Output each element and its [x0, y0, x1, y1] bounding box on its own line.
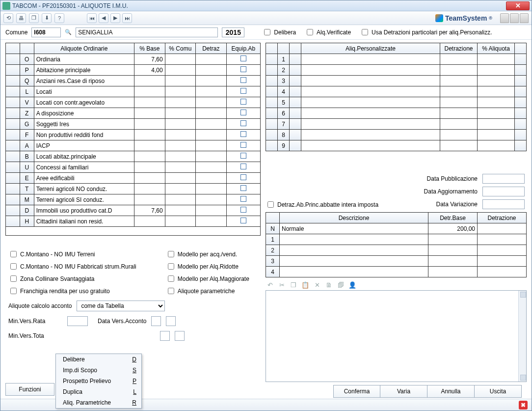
table-row[interactable]: 2: [266, 65, 527, 76]
option-checkbox[interactable]: Zona Collinare Svantaggiata: [8, 274, 136, 283]
acconto-select[interactable]: come da Tabella: [77, 301, 165, 311]
delete-icon[interactable]: ✕: [313, 280, 321, 289]
funzioni-button[interactable]: Funzioni: [5, 383, 54, 396]
table-row[interactable]: 5: [266, 97, 527, 108]
data-extra-d[interactable]: [160, 331, 170, 341]
undo-icon[interactable]: ↶: [266, 280, 274, 289]
tab-3[interactable]: [520, 13, 529, 23]
table-row[interactable]: 2: [266, 245, 527, 256]
table-row[interactable]: 7: [266, 119, 527, 130]
table-row[interactable]: 9: [266, 140, 527, 151]
first-icon[interactable]: ⏮: [87, 13, 97, 23]
table-row[interactable]: 4: [266, 86, 527, 97]
chk-usa-detrazioni[interactable]: Usa Detrazioni particolari per aliq.Pers…: [360, 27, 492, 37]
tab-2[interactable]: [510, 13, 519, 23]
memo-area[interactable]: [266, 290, 527, 382]
table-row[interactable]: ZA disposizione: [6, 108, 261, 119]
doc-icon[interactable]: 🗎: [324, 280, 333, 289]
comune-code-input[interactable]: [31, 27, 61, 37]
data-acconto-d[interactable]: [151, 316, 161, 326]
aliquote-ordinarie-table[interactable]: Aliquote Ordinarie% Base% ComuDetrazEqui…: [5, 43, 261, 227]
option-checkbox[interactable]: Modello per Alq.Maggiorate: [166, 274, 249, 283]
table-row[interactable]: VLocati con contr.agevolato: [6, 97, 261, 108]
annulla-button[interactable]: Annulla: [427, 385, 475, 398]
menu-item[interactable]: Aliq. ParametricheR: [56, 397, 141, 408]
table-row[interactable]: NNormale200,00: [266, 223, 527, 234]
export-icon[interactable]: ⬇: [42, 13, 52, 23]
menu-item[interactable]: DelibereD: [56, 354, 141, 365]
tab-1[interactable]: [500, 13, 509, 23]
scrollbar-vertical[interactable]: [518, 291, 526, 382]
help-icon[interactable]: ?: [54, 13, 64, 23]
cut-icon[interactable]: ✂: [277, 280, 286, 289]
varia-button[interactable]: Varia: [380, 385, 427, 398]
table-row[interactable]: FNon produttivi redditi fond: [6, 130, 261, 140]
min-rata-input[interactable]: [67, 316, 88, 326]
table-row[interactable]: 3: [266, 256, 527, 267]
table-row[interactable]: PAbitazione principale4,00: [6, 65, 261, 76]
uscita-button[interactable]: Uscita: [475, 385, 522, 398]
titlebar: TABCOM - PF20150301 - ALIQUOTE I.M.U. ✕: [0, 0, 532, 11]
funzioni-menu[interactable]: DelibereDImp.di ScopoSProspetto Prelievo…: [55, 354, 142, 409]
data-acconto-m[interactable]: [166, 316, 176, 326]
aliq-personalizzate-table[interactable]: Aliq.PersonalizzateDetrazione% Aliquota …: [266, 43, 527, 151]
date-pub-input[interactable]: [482, 174, 525, 184]
option-checkbox[interactable]: Modello per acq./vend.: [166, 249, 249, 259]
chk-delibera[interactable]: Delibera: [262, 27, 296, 37]
table-row[interactable]: TTerreni agricoli NO conduz.: [6, 184, 261, 194]
chk-detraz-abbatte[interactable]: Detraz.Ab.Princ.abbatte intera imposta: [266, 200, 414, 209]
copy2-icon[interactable]: ❐: [289, 280, 298, 289]
table-row[interactable]: HCittadini italiani non resid.: [6, 216, 261, 227]
print-icon[interactable]: 🖶: [16, 13, 26, 23]
back-icon[interactable]: ⟲: [3, 13, 13, 23]
conferma-button[interactable]: Conferma: [333, 385, 380, 398]
table-row[interactable]: EAree edificabili: [6, 173, 261, 184]
table-row[interactable]: AIACP: [6, 140, 261, 151]
option-checkbox[interactable]: Franchigia rendita per uso gratuito: [8, 286, 136, 296]
table-row[interactable]: 4: [266, 267, 527, 277]
nav-group: ⏮ ◀ ▶ ⏭: [87, 13, 132, 23]
table-row[interactable]: 1: [266, 234, 527, 245]
prev-icon[interactable]: ◀: [99, 13, 108, 23]
close-button[interactable]: ✕: [506, 1, 530, 10]
chk-alq-verificate[interactable]: Alq.Verificate: [305, 27, 351, 37]
date-var-input[interactable]: [482, 199, 525, 209]
paste-icon[interactable]: 📋: [301, 280, 310, 289]
menu-item[interactable]: DuplicaL: [56, 386, 141, 397]
table-row[interactable]: DImmobili uso produttivo cat.D7,60: [6, 205, 261, 216]
comune-name-input[interactable]: [76, 27, 218, 37]
option-checkbox[interactable]: C.Montano - NO IMU Fabbricati strum.Rura…: [8, 262, 136, 271]
table-row[interactable]: LLocati: [6, 86, 261, 97]
lookup-icon[interactable]: 🔍: [65, 29, 72, 36]
brand-logo: TeamSystem®: [435, 14, 492, 22]
table-row[interactable]: QAnziani res.Case di riposo: [6, 76, 261, 86]
next-icon[interactable]: ▶: [110, 13, 120, 23]
table-row[interactable]: 8: [266, 130, 527, 140]
table-row[interactable]: OOrdinaria7,60: [6, 54, 261, 65]
data-extra-m[interactable]: [175, 331, 185, 341]
option-checkbox[interactable]: Modello per Alq.Ridotte: [166, 262, 249, 271]
options-panel: C.Montano - NO IMU TerreniC.Montano - NO…: [5, 247, 261, 343]
min-rata-label: Min.Vers.Rata: [8, 318, 62, 325]
app-window: TABCOM - PF20150301 - ALIQUOTE I.M.U. ✕ …: [0, 0, 532, 411]
menu-item[interactable]: Imp.di ScopoS: [56, 365, 141, 376]
table-row[interactable]: MTerreni agricoli SI conduz.: [6, 194, 261, 205]
last-icon[interactable]: ⏭: [122, 13, 132, 23]
user-icon[interactable]: 👤: [348, 280, 357, 289]
table-row[interactable]: GSoggetti Ires: [6, 119, 261, 130]
table-row[interactable]: BLocati abitaz.principale: [6, 151, 261, 162]
error-icon[interactable]: ✖: [519, 401, 528, 410]
menu-item[interactable]: Prospetto PrelievoP: [56, 376, 141, 386]
table-row[interactable]: 6: [266, 108, 527, 119]
table-row[interactable]: UConcessi ai familiari: [6, 162, 261, 173]
option-checkbox[interactable]: C.Montano - NO IMU Terreni: [8, 249, 136, 259]
docs-icon[interactable]: 🗐: [336, 280, 345, 289]
table-row[interactable]: 3: [266, 76, 527, 86]
date-pub-label: Data Pubblicazione: [427, 175, 478, 182]
year-input[interactable]: [222, 27, 244, 37]
date-agg-input[interactable]: [482, 187, 525, 196]
copy-icon[interactable]: ❐: [29, 13, 39, 23]
detrazioni-table[interactable]: DescrizioneDetr.BaseDetrazione NNormale2…: [266, 212, 527, 277]
option-checkbox[interactable]: Aliquote parametriche: [166, 286, 249, 296]
table-row[interactable]: 1: [266, 54, 527, 65]
